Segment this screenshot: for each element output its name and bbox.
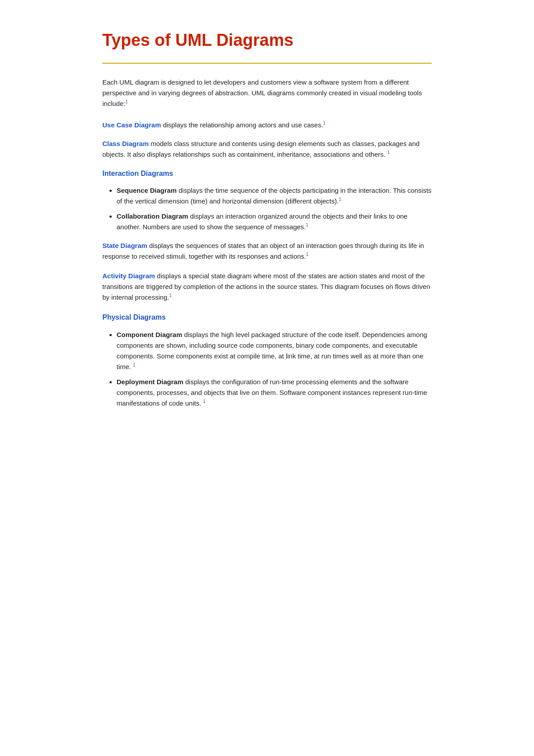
deployment-diagram-term: Deployment Diagram (117, 378, 183, 386)
divider (102, 63, 432, 64)
list-item: Sequence Diagram displays the time seque… (117, 185, 432, 207)
interaction-diagrams-heading: Interaction Diagrams (102, 168, 432, 179)
collaboration-diagram-term: Collaboration Diagram (117, 212, 188, 220)
class-diagram-entry: Class Diagram models class structure and… (102, 138, 432, 160)
page-title: Types of UML Diagrams (102, 27, 432, 54)
intro-text: Each UML diagram is designed to let deve… (102, 78, 422, 107)
intro-paragraph: Each UML diagram is designed to let deve… (102, 77, 432, 109)
component-diagram-term: Component Diagram (117, 331, 182, 338)
footnote-state: 1 (306, 252, 309, 257)
state-diagram-entry: State Diagram displays the sequences of … (102, 240, 432, 262)
class-diagram-description: models class structure and contents usin… (102, 140, 420, 158)
use-case-entry: Use Case Diagram displays the relationsh… (102, 120, 432, 130)
footnote-component: 1 (133, 362, 136, 367)
footnote-seq: 1 (339, 197, 341, 202)
footnote-activity: 1 (169, 293, 172, 298)
activity-diagram-entry: Activity Diagram displays a special stat… (102, 271, 432, 303)
footnote-collab: 1 (306, 223, 308, 228)
physical-diagrams-heading: Physical Diagrams (102, 312, 432, 323)
state-diagram-description: displays the sequences of states that an… (102, 242, 424, 260)
footnote-1: 1 (125, 99, 128, 104)
class-diagram-link[interactable]: Class Diagram (102, 140, 149, 147)
state-diagram-link[interactable]: State Diagram (102, 242, 147, 249)
use-case-description: displays the relationship among actors a… (161, 121, 323, 129)
list-item: Component Diagram displays the high leve… (117, 329, 432, 372)
list-item: Collaboration Diagram displays an intera… (117, 211, 432, 232)
list-item: Deployment Diagram displays the configur… (117, 377, 432, 409)
page-container: Types of UML Diagrams Each UML diagram i… (67, 0, 467, 452)
footnote-class: 1 (387, 150, 390, 155)
sequence-diagram-term: Sequence Diagram (117, 187, 177, 194)
interaction-diagrams-list: Sequence Diagram displays the time seque… (102, 185, 432, 232)
physical-diagrams-list: Component Diagram displays the high leve… (102, 329, 432, 409)
footnote-use-case: 1 (323, 121, 326, 126)
footnote-deployment: 1 (203, 399, 206, 404)
activity-diagram-link[interactable]: Activity Diagram (102, 272, 155, 280)
use-case-link[interactable]: Use Case Diagram (102, 121, 161, 129)
